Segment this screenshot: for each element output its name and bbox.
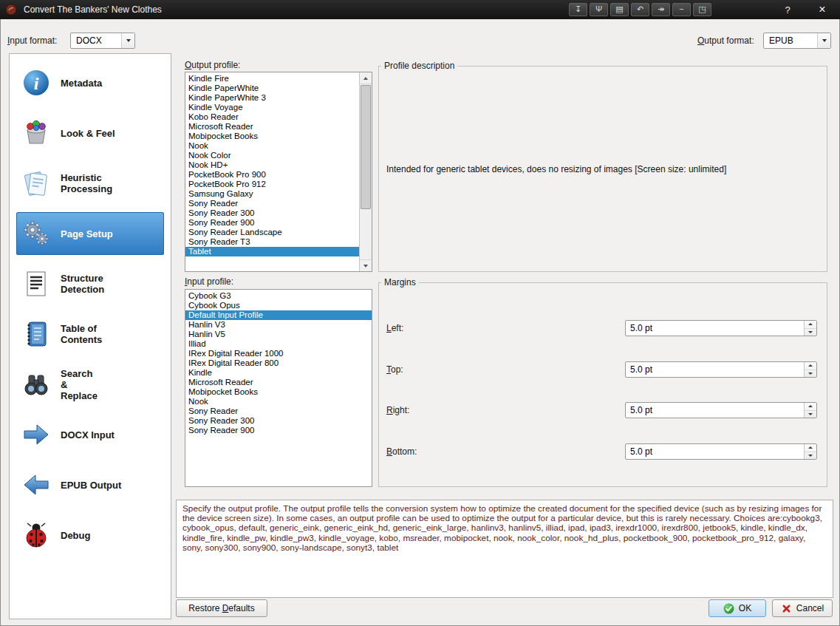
- sidebar-item-epub-output[interactable]: EPUB Output: [16, 463, 164, 506]
- list-item[interactable]: Mobipocket Books: [185, 387, 372, 397]
- sidebar-item-search-replace[interactable]: Search & Replace: [16, 363, 164, 406]
- keyboard-icon[interactable]: ▤: [610, 3, 629, 16]
- output-profile-label: Output profile:: [185, 60, 240, 70]
- input-profile-list[interactable]: Cybook G3Cybook OpusDefault Input Profil…: [185, 289, 372, 487]
- input-profile-label: Input profile:: [185, 276, 233, 287]
- list-item[interactable]: Tablet: [185, 247, 359, 256]
- spin-up-icon[interactable]: [805, 444, 816, 452]
- scroll-down-icon[interactable]: [360, 259, 372, 271]
- sidebar-item-page-setup[interactable]: Page Setup: [16, 212, 164, 255]
- sidebar-item-label: Structure Detection: [61, 273, 104, 295]
- sidebar-item-structure-detection[interactable]: Structure Detection: [16, 262, 164, 305]
- list-item[interactable]: IRex Digital Reader 1000: [185, 349, 372, 358]
- sidebar-item-table-of-contents[interactable]: Table of Contents: [16, 313, 164, 355]
- margins-group-label: Margins: [381, 277, 419, 288]
- cancel-button[interactable]: Cancel: [772, 599, 833, 617]
- svg-text:i: i: [34, 74, 39, 93]
- scroll-up-icon[interactable]: [360, 72, 372, 84]
- input-format-value: DOCX: [71, 33, 121, 48]
- profile-description-group-label: Profile description: [381, 61, 457, 71]
- sidebar-item-label: Look & Feel: [61, 128, 115, 139]
- margin-right-input[interactable]: 5.0 pt: [625, 402, 817, 418]
- list-item[interactable]: Kobo Reader: [185, 112, 359, 122]
- cancel-x-icon: [781, 603, 792, 614]
- list-item[interactable]: Microsoft Reader: [185, 378, 372, 387]
- spin-down-icon[interactable]: [805, 452, 816, 460]
- list-item[interactable]: PocketBook Pro 900: [185, 170, 359, 180]
- list-item[interactable]: Cybook G3: [185, 291, 372, 301]
- titlebar-toolbar: ↧ Ψ ▤ ↶ ↠ − ◳: [569, 3, 711, 16]
- titlebar: Convert The Bankers' New Clothes ↧ Ψ ▤ ↶…: [0, 0, 840, 19]
- cancel-label: Cancel: [796, 603, 824, 613]
- list-item[interactable]: Kindle PaperWhite 3: [185, 93, 359, 103]
- list-item[interactable]: Kindle: [185, 368, 372, 378]
- sidebar-item-metadata[interactable]: i Metadata: [16, 61, 164, 104]
- output-format-label: Output format:: [697, 33, 754, 49]
- restore-defaults-button[interactable]: Restore Defaults: [176, 599, 267, 617]
- list-item[interactable]: Sony Reader 900: [185, 426, 372, 435]
- list-item[interactable]: Nook: [185, 397, 372, 406]
- list-item[interactable]: Hanlin V5: [185, 330, 372, 339]
- window-mode-icon[interactable]: ◳: [693, 3, 711, 16]
- list-item[interactable]: Sony Reader Landscape: [185, 228, 359, 237]
- list-item[interactable]: Sony Reader 300: [185, 208, 359, 218]
- spin-up-icon[interactable]: [805, 321, 816, 329]
- forward-icon[interactable]: ↠: [652, 3, 670, 16]
- list-item[interactable]: Cybook Opus: [185, 301, 372, 310]
- scrollbar[interactable]: [359, 72, 372, 271]
- output-format-value: EPUB: [764, 33, 817, 48]
- ok-check-icon: [723, 603, 734, 614]
- margin-left-input[interactable]: 5.0 pt: [625, 320, 817, 336]
- margin-bottom-input[interactable]: 5.0 pt: [625, 443, 817, 460]
- binoculars-icon: [21, 370, 51, 399]
- input-format-dropdown[interactable]: DOCX: [70, 33, 135, 49]
- list-item[interactable]: Mobipocket Books: [185, 132, 359, 141]
- list-item[interactable]: Kindle PaperWhite: [185, 84, 359, 93]
- send-down-icon[interactable]: ↧: [569, 3, 587, 16]
- help-button[interactable]: ?: [776, 0, 799, 19]
- spin-up-icon[interactable]: [805, 403, 816, 411]
- list-item[interactable]: Illiad: [185, 339, 372, 349]
- margin-top-input[interactable]: 5.0 pt: [625, 361, 817, 378]
- list-item[interactable]: Sony Reader: [185, 199, 359, 208]
- margin-right-value: 5.0 pt: [626, 403, 804, 418]
- minimize-icon[interactable]: −: [672, 3, 691, 16]
- spin-down-icon[interactable]: [805, 411, 816, 418]
- spin-up-icon[interactable]: [805, 362, 816, 370]
- sidebar-item-heuristic-processing[interactable]: Heuristic Processing: [16, 162, 164, 205]
- list-item[interactable]: IRex Digital Reader 800: [185, 358, 372, 368]
- spin-down-icon[interactable]: [805, 329, 816, 336]
- list-item[interactable]: Sony Reader T3: [185, 237, 359, 247]
- spinner: [804, 444, 816, 459]
- ladybug-icon: [21, 520, 51, 550]
- list-item[interactable]: Sony Reader: [185, 406, 372, 416]
- list-item[interactable]: Samsung Galaxy: [185, 189, 359, 199]
- connect-icon[interactable]: Ψ: [590, 3, 608, 16]
- sidebar-item-look-feel[interactable]: Look & Feel: [16, 112, 164, 154]
- list-item[interactable]: PocketBook Pro 912: [185, 180, 359, 189]
- output-profile-list[interactable]: Kindle FireKindle PaperWhiteKindle Paper…: [185, 72, 372, 272]
- option-help-text: Specify the output profile. The output p…: [176, 500, 833, 598]
- margin-bottom-label: Bottom:: [386, 443, 417, 460]
- list-item[interactable]: Default Input Profile: [185, 310, 372, 320]
- list-item[interactable]: Kindle Voyage: [185, 103, 359, 112]
- output-profile-items: Kindle FireKindle PaperWhiteKindle Paper…: [185, 74, 359, 271]
- list-item[interactable]: Kindle Fire: [185, 74, 359, 84]
- undo-icon[interactable]: ↶: [631, 3, 649, 16]
- list-item[interactable]: Hanlin V3: [185, 320, 372, 330]
- list-item[interactable]: Nook: [185, 141, 359, 151]
- list-item[interactable]: Microsoft Reader: [185, 122, 359, 132]
- list-item[interactable]: Nook Color: [185, 151, 359, 160]
- spinner: [804, 362, 816, 377]
- sidebar-item-docx-input[interactable]: DOCX Input: [16, 413, 164, 456]
- output-format-dropdown[interactable]: EPUB: [763, 33, 831, 49]
- sidebar-item-debug[interactable]: Debug: [16, 514, 164, 557]
- arrow-left-icon: [21, 470, 51, 500]
- close-button[interactable]: ×: [809, 0, 836, 19]
- ok-button[interactable]: OK: [708, 599, 766, 617]
- spin-down-icon[interactable]: [805, 370, 816, 378]
- list-item[interactable]: Sony Reader 900: [185, 218, 359, 228]
- list-item[interactable]: Sony Reader 300: [185, 416, 372, 426]
- list-item[interactable]: Nook HD+: [185, 160, 359, 170]
- scrollbar-thumb[interactable]: [361, 85, 371, 209]
